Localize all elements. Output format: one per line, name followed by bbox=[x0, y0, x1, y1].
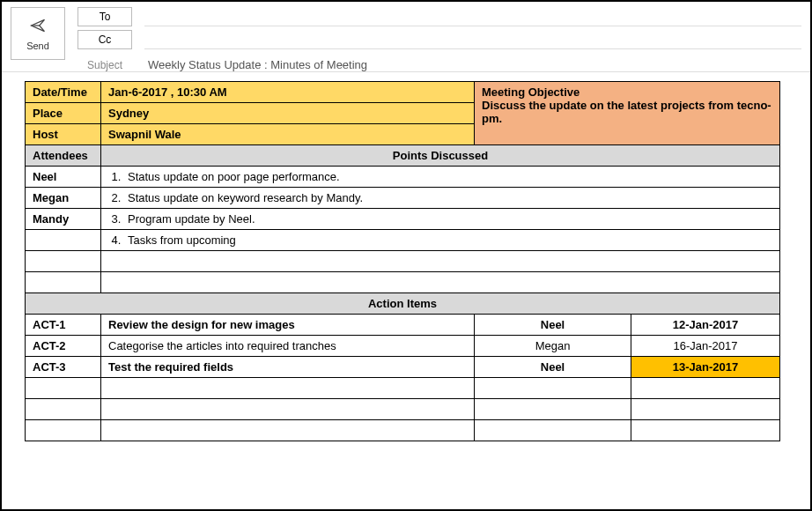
table-row bbox=[26, 378, 780, 399]
points-header: Points Discussed bbox=[101, 145, 780, 167]
email-compose-window: Send To Cc Subject Weekly Status Update … bbox=[0, 0, 812, 511]
send-button[interactable]: Send bbox=[11, 7, 65, 60]
place-value: Sydney bbox=[101, 103, 475, 124]
action-id: ACT-3 bbox=[26, 357, 101, 378]
objective-label: Meeting Objective bbox=[482, 85, 579, 99]
table-row bbox=[26, 272, 780, 293]
table-row: Action Items bbox=[26, 293, 780, 315]
action-desc: Categorise the articles into required tr… bbox=[101, 336, 475, 357]
to-input[interactable] bbox=[144, 7, 801, 26]
cc-row: Cc bbox=[78, 30, 801, 49]
attendees-header: Attendees bbox=[26, 145, 101, 167]
cc-input[interactable] bbox=[144, 30, 801, 49]
compose-fields: To Cc Subject Weekly Status Update : Min… bbox=[78, 7, 801, 71]
action-row: ACT-2 Categorise the articles into requi… bbox=[26, 336, 780, 357]
subject-row: Subject Weekly Status Update : Minutes o… bbox=[78, 58, 801, 71]
compose-header: Send To Cc Subject Weekly Status Update … bbox=[2, 2, 810, 72]
table-row bbox=[26, 420, 780, 441]
minutes-table: Date/Time Jan-6-2017 , 10:30 AM Meeting … bbox=[25, 81, 780, 441]
to-row: To bbox=[78, 7, 801, 26]
table-row: Date/Time Jan-6-2017 , 10:30 AM Meeting … bbox=[26, 82, 780, 103]
subject-value[interactable]: Weekly Status Update : Minutes of Meetin… bbox=[144, 58, 801, 71]
subject-label: Subject bbox=[78, 59, 132, 71]
place-label: Place bbox=[26, 103, 101, 124]
action-date: 16-Jan-2017 bbox=[631, 336, 780, 357]
send-icon bbox=[29, 17, 47, 37]
point-cell: Tasks from upcoming bbox=[101, 230, 780, 251]
action-who: Neel bbox=[475, 315, 631, 336]
objective-text: Discuss the update on the latest project… bbox=[482, 99, 771, 125]
table-row: Mandy Program update by Neel. bbox=[26, 209, 780, 230]
action-desc: Review the design for new images bbox=[101, 315, 475, 336]
to-button[interactable]: To bbox=[78, 7, 132, 26]
action-id: ACT-2 bbox=[26, 336, 101, 357]
attendee-cell: Neel bbox=[26, 167, 101, 188]
action-date: 12-Jan-2017 bbox=[631, 315, 780, 336]
host-label: Host bbox=[26, 124, 101, 145]
action-items-header: Action Items bbox=[26, 293, 780, 315]
action-desc: Test the required fields bbox=[101, 357, 475, 378]
attendee-cell: Megan bbox=[26, 188, 101, 209]
email-body[interactable]: Date/Time Jan-6-2017 , 10:30 AM Meeting … bbox=[2, 72, 810, 450]
table-row: Megan Status update on keyword research … bbox=[26, 188, 780, 209]
attendee-cell bbox=[26, 230, 101, 251]
action-who: Megan bbox=[475, 336, 631, 357]
point-cell: Program update by Neel. bbox=[101, 209, 780, 230]
table-row: Neel Status update on poor page performa… bbox=[26, 167, 780, 188]
table-row: Tasks from upcoming bbox=[26, 230, 780, 251]
table-row bbox=[26, 251, 780, 272]
send-label: Send bbox=[26, 41, 49, 51]
action-id: ACT-1 bbox=[26, 315, 101, 336]
datetime-value: Jan-6-2017 , 10:30 AM bbox=[101, 82, 475, 103]
table-row: Attendees Points Discussed bbox=[26, 145, 780, 167]
cc-button[interactable]: Cc bbox=[78, 30, 132, 49]
action-row: ACT-3 Test the required fields Neel 13-J… bbox=[26, 357, 780, 378]
meeting-objective: Meeting Objective Discuss the update on … bbox=[475, 82, 780, 145]
point-cell: Status update on poor page performance. bbox=[101, 167, 780, 188]
host-value: Swapnil Wale bbox=[101, 124, 475, 145]
action-row: ACT-1 Review the design for new images N… bbox=[26, 315, 780, 336]
attendee-cell: Mandy bbox=[26, 209, 101, 230]
datetime-label: Date/Time bbox=[26, 82, 101, 103]
table-row bbox=[26, 399, 780, 420]
point-cell: Status update on keyword research by Man… bbox=[101, 188, 780, 209]
action-date: 13-Jan-2017 bbox=[631, 357, 780, 378]
action-who: Neel bbox=[475, 357, 631, 378]
